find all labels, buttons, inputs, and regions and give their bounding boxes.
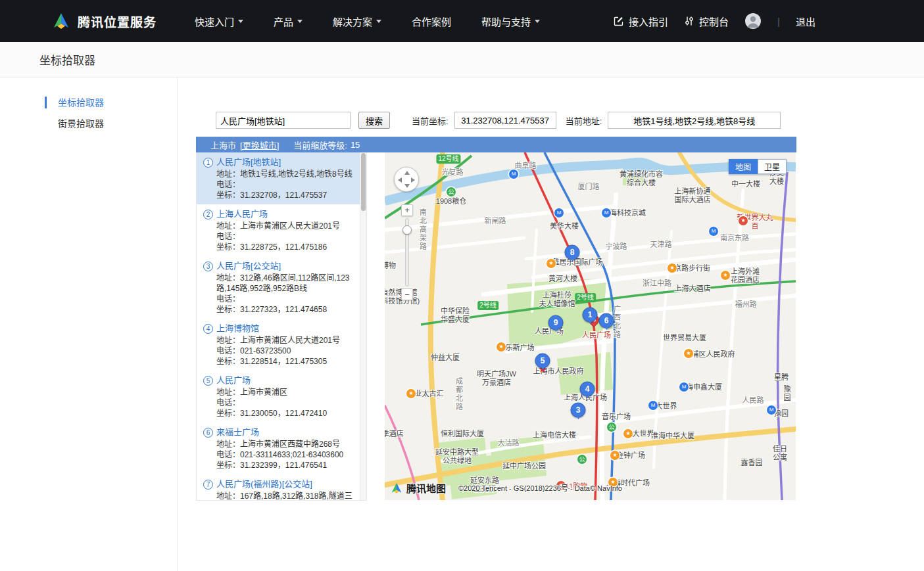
results-scrollbar[interactable] [360,152,366,500]
map-result-marker-6[interactable]: 6 [599,313,614,329]
access-guide-label: 接入指引 [629,14,668,28]
sliders-icon [684,16,694,26]
logout-link[interactable]: 退出 [796,14,815,28]
person-icon [744,12,762,30]
change-city-link[interactable]: [更换城市] [240,139,279,151]
map-label: 福州路 [735,300,757,309]
map-pan-control[interactable] [394,167,419,192]
map-label: 佳日公寓 [772,445,788,462]
map-label: 美华大楼 [550,222,579,231]
map-type-map-button[interactable]: 地图 [729,159,758,174]
result-item[interactable]: 4上海博物馆地址：上海市黄浦区人民大道201号电话：021-63723500坐标… [197,319,361,371]
topbar: 腾讯位置服务 快速入门 产品 解决方案 合作案例 帮助与支持 接入指引 控制台 [0,0,924,42]
map-label: 南京东路 [720,234,749,242]
metro-poi-icon: M [648,401,658,410]
current-coord-label: 当前坐标: [412,114,449,127]
scrollbar-thumb[interactable] [361,153,366,211]
map-label: 曲阜路 [515,162,537,170]
metro-line-badge: 12号线 [436,154,460,164]
map-canvas[interactable]: 光复路曲阜路厦门路新闸路宁波路天津路南京东路福州路浙江中路南北高架路成都北路广西… [385,152,796,500]
map-label: 露香园 [741,459,763,467]
result-title[interactable]: 人民广场(福州路)[公交站] [216,479,356,490]
result-title[interactable]: 人民广场[地铁站] [216,157,356,168]
metro-poi-icon: M [709,227,718,236]
result-address: 地址：上海市黄浦区 [216,387,356,398]
result-title[interactable]: 人民广场 [216,375,356,386]
map-label: 上海科技京城 [602,209,646,217]
pan-up-icon[interactable] [404,171,410,175]
zoom-slider-track[interactable] [405,218,409,286]
poi-poi-icon: ★ [721,271,730,280]
map-label: 中一大楼 [731,180,760,189]
pan-down-icon[interactable] [404,184,410,188]
pan-right-icon[interactable] [411,177,415,183]
map-label: 延安中路大型 公共绿地 [435,448,479,465]
result-title[interactable]: 上海博物馆 [216,323,356,334]
result-index-badge: 7 [203,480,213,490]
brand-title: 腾讯位置服务 [78,12,157,30]
chevron-down-icon [535,20,540,26]
zoom-out-button[interactable]: − [401,288,413,300]
map-label: 宁波路 [606,242,627,251]
search-input[interactable] [216,112,351,129]
pan-left-icon[interactable] [398,177,402,183]
sidebar-item-streetview-picker[interactable]: 街景拾取器 [0,113,177,134]
result-item[interactable]: 1人民广场[地铁站]地址：地铁1号线,地铁2号线,地铁8号线电话：坐标：31.2… [197,152,361,204]
results-panel: 1人民广场[地铁站]地址：地铁1号线,地铁2号线,地铁8号线电话：坐标：31.2… [196,152,367,501]
poi-poi-icon: ★ [610,451,620,460]
zoom-in-button[interactable]: + [401,204,413,216]
map-label: 音乐广场 [602,413,631,421]
result-index-badge: 5 [203,376,213,386]
result-item[interactable]: 2上海人民广场地址：上海市黄浦区人民大道201号电话：坐标：31.228725，… [197,204,361,256]
result-item[interactable]: 3人民广场[公交站]地址：312路,46路区间,112路区间,123路,145路… [197,256,361,319]
current-address-input[interactable] [608,112,781,129]
map-copyright: ©2020 Tencent - GS(2018)2236号 - Data© Na… [458,482,622,493]
map-label: 上海申鑫大厦 [679,383,722,392]
result-coord: 坐标：31.228514，121.475305 [216,356,356,367]
map-label: 大沽路 [498,439,520,447]
sidebar: 坐标拾取器 街景拾取器 [0,78,178,571]
metro-line-badge: 2号线 [575,293,596,302]
result-index-badge: 4 [203,324,213,334]
nav-quick-start[interactable]: 快速入门 [195,14,243,28]
bus-poi-icon: 公 [447,187,456,196]
map-result-marker-4[interactable]: 4 [580,382,595,397]
map-type-satellite-button[interactable]: 卫星 [758,159,787,174]
map-result-marker-5[interactable]: 5 [535,354,550,369]
map-label: 仲益大厦 [431,354,460,362]
zoom-slider-thumb[interactable] [402,225,412,235]
nav-cases[interactable]: 合作案例 [412,14,451,28]
map-label: 金钟广场 [616,451,645,460]
nav-help[interactable]: 帮助与支持 [481,14,540,28]
result-item[interactable]: 5人民广场地址：上海市黄浦区电话：坐标：31.230050，121.472410 [197,371,361,423]
result-title[interactable]: 人民广场[公交站] [216,261,356,271]
map-result-marker-8[interactable]: 8 [565,245,580,260]
user-avatar[interactable] [744,12,762,30]
result-title[interactable]: 上海人民广场 [216,209,356,219]
current-coord-input[interactable] [454,112,556,129]
poi-poi-icon: ★ [406,389,416,398]
result-coord: 坐标：31.232708，121.475537 [216,190,356,200]
coordinate-picker-panel: 上海市 [更换城市] 当前缩放等级: 15 1人民广场[地铁站]地址：地铁1号线… [196,137,796,501]
brand[interactable]: 腾讯位置服务 [51,11,157,31]
result-address: 地址：上海市黄浦区西藏中路268号 [216,439,356,449]
chevron-down-icon [376,20,381,26]
metro-line-badge: 2号线 [477,301,498,310]
zoom-level-label: 当前缩放等级: [293,139,347,151]
console-link[interactable]: 控制台 [684,14,729,28]
map-result-marker-1[interactable]: 1 [583,308,598,323]
result-item[interactable]: 6来福士广场地址：上海市黄浦区西藏中路268号电话：021-33114633;0… [197,423,361,474]
map-logo-text: 腾讯地图 [406,481,446,495]
map-result-marker-9[interactable]: 9 [548,315,564,331]
bus-poi-icon: 公 [577,455,587,464]
sidebar-item-coordinate-picker[interactable]: 坐标拾取器 [0,92,177,113]
map-result-marker-3[interactable]: 3 [571,403,586,418]
nav-products[interactable]: 产品 [274,14,303,28]
map-label: 延中广场公园 [502,462,546,470]
map-zoom-control: + − [401,204,414,300]
access-guide-link[interactable]: 接入指引 [614,14,668,28]
search-button[interactable]: 搜索 [358,112,390,129]
result-title[interactable]: 来福士广场 [216,427,356,438]
nav-solutions[interactable]: 解决方案 [333,14,381,28]
result-item[interactable]: 7人民广场(福州路)[公交站]地址：167路,18路,312路,318路,隧道三… [197,474,361,501]
